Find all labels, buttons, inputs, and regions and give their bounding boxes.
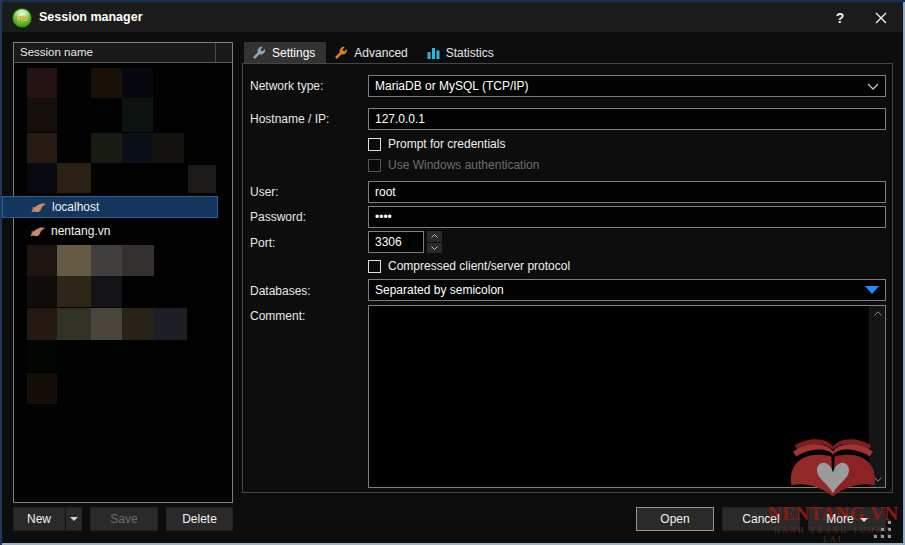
heidisql-app-icon: HS bbox=[12, 8, 32, 28]
redacted-session-block bbox=[27, 68, 57, 98]
databases-value: Separated by semicolon bbox=[375, 283, 504, 297]
comment-scrollbar[interactable] bbox=[868, 306, 885, 487]
redacted-session-block bbox=[188, 165, 216, 193]
databases-select[interactable]: Separated by semicolon bbox=[368, 279, 886, 301]
redacted-session-block bbox=[27, 340, 57, 371]
open-button[interactable]: Open bbox=[636, 507, 714, 531]
bar-chart-icon bbox=[427, 46, 440, 60]
redacted-session-block bbox=[122, 98, 153, 132]
tab-label: Statistics bbox=[446, 46, 494, 60]
scroll-up-button[interactable] bbox=[869, 306, 886, 321]
save-button-label: Save bbox=[110, 512, 137, 526]
delete-button[interactable]: Delete bbox=[166, 507, 233, 531]
cancel-button-label: Cancel bbox=[742, 512, 779, 526]
redacted-session-block bbox=[122, 133, 153, 163]
chevron-down-icon bbox=[874, 477, 882, 482]
port-input[interactable] bbox=[368, 231, 424, 253]
chevron-down-icon bbox=[860, 518, 868, 522]
comment-input[interactable] bbox=[369, 306, 867, 487]
databases-label: Databases: bbox=[250, 284, 311, 298]
redacted-session-block bbox=[57, 276, 91, 307]
session-item-label: nentang.vn bbox=[51, 224, 110, 238]
redacted-session-block bbox=[153, 133, 184, 163]
redacted-session-block bbox=[122, 245, 154, 276]
spinner-down-button[interactable] bbox=[427, 243, 442, 254]
spinner-up-button[interactable] bbox=[427, 231, 442, 242]
redacted-session-block bbox=[122, 308, 154, 340]
redacted-session-block bbox=[27, 98, 57, 132]
wrench-gray-icon bbox=[252, 46, 266, 60]
redacted-session-block bbox=[91, 133, 122, 163]
close-icon bbox=[875, 12, 887, 24]
checkbox-label: Use Windows authentication bbox=[388, 158, 539, 172]
prompt-credentials-checkbox[interactable] bbox=[368, 138, 381, 151]
redacted-session-block bbox=[91, 68, 122, 98]
dropdown-arrow-icon bbox=[865, 286, 879, 294]
checkbox-label: Compressed client/server protocol bbox=[388, 259, 570, 273]
redacted-session-block bbox=[57, 163, 91, 193]
chevron-up-icon bbox=[431, 234, 438, 238]
comment-label: Comment: bbox=[250, 309, 305, 323]
redacted-session-block bbox=[57, 308, 91, 340]
more-button-label: More bbox=[826, 512, 867, 526]
comment-field-frame bbox=[368, 305, 886, 488]
tab-advanced[interactable]: Advanced bbox=[326, 42, 418, 63]
redacted-session-block bbox=[27, 373, 57, 404]
tab-settings[interactable]: Settings bbox=[244, 42, 326, 63]
port-spinner bbox=[427, 231, 442, 253]
port-label: Port: bbox=[250, 236, 275, 250]
tab-statistics[interactable]: Statistics bbox=[419, 42, 505, 63]
window-title: Session manager bbox=[39, 10, 143, 24]
user-input[interactable] bbox=[368, 181, 886, 203]
chevron-down-icon bbox=[70, 517, 78, 521]
redacted-session-block bbox=[27, 163, 57, 193]
redacted-session-block bbox=[91, 308, 122, 340]
hostname-input[interactable] bbox=[368, 108, 886, 130]
compressed-protocol-row[interactable]: Compressed client/server protocol bbox=[368, 259, 570, 273]
new-dropdown-button[interactable] bbox=[65, 507, 82, 531]
title-bar: HS Session manager ? bbox=[2, 2, 903, 32]
wrench-orange-icon bbox=[334, 46, 348, 60]
session-name-column-header[interactable]: Session name bbox=[14, 43, 232, 63]
password-label: Password: bbox=[250, 210, 306, 224]
redacted-session-block bbox=[154, 308, 187, 340]
hostname-label: Hostname / IP: bbox=[250, 112, 329, 126]
new-button[interactable]: New bbox=[13, 507, 65, 531]
redacted-session-block bbox=[91, 276, 122, 307]
windows-auth-checkbox bbox=[368, 159, 381, 172]
network-type-value: MariaDB or MySQL (TCP/IP) bbox=[375, 79, 529, 93]
scroll-down-button[interactable] bbox=[869, 472, 886, 487]
network-type-label: Network type: bbox=[250, 79, 323, 93]
session-manager-dialog: HS Session manager ? Session name localh… bbox=[0, 0, 905, 545]
app-icon-text: HS bbox=[16, 14, 27, 23]
open-button-label: Open bbox=[660, 512, 689, 526]
new-button-label: New bbox=[27, 512, 51, 526]
compressed-protocol-checkbox[interactable] bbox=[368, 260, 381, 273]
prompt-credentials-row[interactable]: Prompt for credentials bbox=[368, 137, 505, 151]
chevron-down-icon bbox=[431, 246, 438, 250]
delete-button-label: Delete bbox=[182, 512, 217, 526]
column-divider bbox=[215, 43, 232, 62]
session-item-nentang[interactable]: nentang.vn bbox=[2, 220, 218, 242]
redacted-session-block bbox=[27, 133, 57, 163]
redacted-session-block bbox=[91, 245, 122, 276]
redacted-session-block bbox=[27, 308, 57, 340]
close-button[interactable] bbox=[866, 6, 896, 29]
dolphin-icon bbox=[30, 201, 47, 214]
session-item-label: localhost bbox=[52, 200, 99, 214]
network-type-select[interactable]: MariaDB or MySQL (TCP/IP) bbox=[368, 75, 886, 97]
tab-bar: Settings Advanced Statistics bbox=[244, 42, 505, 63]
user-label: User: bbox=[250, 185, 279, 199]
help-button[interactable]: ? bbox=[825, 6, 855, 29]
cancel-button[interactable]: Cancel bbox=[722, 507, 800, 531]
tab-label: Advanced bbox=[354, 46, 407, 60]
more-button[interactable]: More bbox=[808, 507, 886, 531]
password-input[interactable] bbox=[368, 206, 886, 228]
redacted-session-block bbox=[27, 245, 57, 276]
dolphin-icon bbox=[29, 225, 46, 238]
save-button[interactable]: Save bbox=[90, 507, 158, 531]
redacted-session-block bbox=[57, 245, 91, 276]
chevron-up-icon bbox=[874, 311, 882, 316]
redacted-session-block bbox=[122, 68, 153, 98]
session-item-localhost[interactable]: localhost bbox=[2, 196, 218, 218]
